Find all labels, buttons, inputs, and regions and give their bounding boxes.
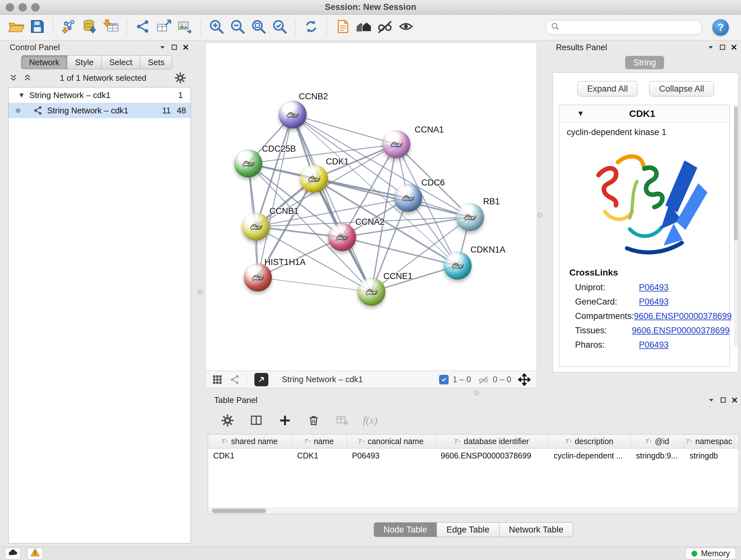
tab-sets[interactable]: Sets (140, 55, 172, 69)
tab-style[interactable]: Style (67, 55, 102, 69)
disclosure-triangle-icon[interactable]: ▼ (18, 91, 25, 99)
open-session-button[interactable] (7, 18, 25, 37)
split-columns-icon[interactable] (248, 412, 265, 429)
home-button[interactable] (354, 18, 373, 37)
column-header-namespac[interactable]: namespac (684, 435, 734, 448)
export-table-button[interactable] (154, 18, 173, 37)
panel-menu-icon[interactable] (159, 44, 166, 51)
gene-section-header[interactable]: ▼ CDK1 (559, 105, 730, 122)
crosslink-link[interactable]: P06493 (639, 283, 669, 293)
search-box[interactable] (546, 20, 702, 35)
table-toolbar: f(x) (206, 407, 741, 434)
expand-all-button[interactable]: Expand All (577, 81, 638, 97)
hidden-glasses-icon[interactable] (478, 374, 489, 385)
column-header-shared-name[interactable]: shared name (208, 435, 292, 448)
crosslink-link[interactable]: 9606.ENSP00000378699 (632, 326, 730, 335)
zoom-out-button[interactable] (228, 18, 247, 37)
search-input[interactable] (562, 23, 697, 33)
right-splitter-handle[interactable] (537, 212, 542, 218)
network-node-rb1[interactable] (456, 203, 484, 231)
network-view[interactable]: CCNB2CCNA1CDC25BCDK1CDC6RB1CCNB1CCNA2CDK… (205, 43, 537, 371)
scrollbar-thumb[interactable] (212, 509, 266, 513)
expand-all-icon[interactable] (23, 74, 32, 82)
column-header-name[interactable]: name (292, 435, 347, 448)
network-node-ccnb1[interactable] (242, 212, 270, 241)
left-splitter-handle[interactable] (198, 290, 203, 295)
add-column-icon[interactable] (277, 412, 293, 429)
close-panel-icon[interactable] (183, 44, 189, 51)
crosslink-link[interactable]: 9606.ENSP00000378699 (634, 311, 732, 321)
collapse-all-button[interactable]: Collapse All (649, 81, 714, 97)
tree-item-network[interactable]: String Network – cdk1 11 48 (9, 103, 191, 118)
network-node-cdk1[interactable] (300, 165, 328, 193)
tab-network-table[interactable]: Network Table (499, 522, 574, 537)
tab-edge-table[interactable]: Edge Table (437, 522, 499, 537)
network-node-cdc25b[interactable] (234, 149, 262, 178)
collapse-all-icon[interactable] (9, 74, 18, 82)
grid-view-icon[interactable] (212, 374, 223, 385)
open-in-window-button[interactable] (254, 373, 268, 386)
memory-button[interactable]: Memory (685, 548, 736, 559)
results-tab-string[interactable]: String (625, 56, 664, 69)
save-session-button[interactable] (28, 18, 47, 37)
float-panel-icon[interactable] (171, 44, 178, 51)
column-header-label: shared name (231, 437, 278, 446)
import-network-database-button[interactable] (81, 18, 99, 37)
move-crosshair-icon[interactable] (518, 374, 530, 386)
memory-label: Memory (701, 549, 730, 558)
close-panel-icon[interactable] (731, 397, 738, 403)
apply-layout-button[interactable] (302, 18, 320, 37)
gear-icon[interactable] (174, 72, 186, 84)
import-table-button[interactable] (102, 18, 120, 37)
float-panel-icon[interactable] (719, 44, 726, 51)
tab-network[interactable]: Network (21, 55, 67, 69)
crosslink-link[interactable]: P06493 (639, 297, 669, 307)
table-cell: stringdb (684, 449, 734, 462)
import-network-file-button[interactable] (60, 18, 78, 37)
scrollbar-thumb[interactable] (734, 107, 738, 241)
network-node-ccne1[interactable] (357, 278, 386, 306)
column-header-canonical-name[interactable]: canonical name (347, 435, 435, 448)
selection-checkbox-icon[interactable] (439, 375, 449, 384)
zoom-selected-button[interactable] (270, 18, 289, 37)
results-scrollbar[interactable] (734, 104, 738, 347)
edge-count: 48 (171, 106, 186, 116)
crosslink-link[interactable]: P06493 (639, 340, 669, 350)
document-button[interactable] (333, 18, 352, 37)
disclosure-triangle-icon[interactable]: ▼ (577, 109, 584, 118)
close-panel-icon[interactable] (731, 44, 737, 51)
column-header-database-identifier[interactable]: database identifier (435, 435, 549, 448)
table-row[interactable]: CDK1CDK1P064939606.ENSP00000378699cyclin… (208, 449, 739, 462)
panel-menu-icon[interactable] (707, 44, 714, 51)
crosslink-label: Compartments: (575, 311, 634, 321)
export-image-button[interactable] (176, 18, 194, 37)
table-gear-icon[interactable] (219, 412, 236, 429)
tab-node-table[interactable]: Node Table (374, 522, 437, 537)
network-node-cdkn1a[interactable] (444, 252, 472, 280)
delete-column-icon[interactable] (306, 412, 322, 429)
network-node-ccnb2[interactable] (279, 101, 307, 129)
network-node-ccna1[interactable] (382, 130, 410, 159)
panel-menu-icon[interactable] (708, 396, 715, 403)
cloud-button[interactable] (5, 548, 20, 559)
warning-button[interactable] (27, 548, 43, 559)
zoom-fit-button[interactable] (249, 18, 268, 37)
help-button[interactable]: ? (712, 19, 729, 36)
network-node-hist1h1a[interactable] (244, 263, 272, 292)
float-panel-icon[interactable] (720, 397, 726, 403)
column-header-@id[interactable]: @id (631, 435, 684, 448)
bottom-splitter-handle[interactable] (474, 390, 479, 395)
network-node-ccna2[interactable] (328, 223, 356, 251)
network-node-cdc6[interactable] (394, 184, 422, 212)
tab-select[interactable]: Select (102, 55, 140, 69)
image-arrow-icon (177, 18, 193, 37)
column-header-description[interactable]: description (549, 435, 631, 448)
share-view-icon[interactable] (230, 374, 240, 385)
show-graphics-button[interactable] (397, 18, 415, 37)
tree-item-collection[interactable]: ▼ String Network – cdk1 1 (9, 87, 191, 103)
hide-graphics-button[interactable] (376, 18, 394, 37)
export-network-button[interactable] (133, 18, 152, 37)
control-panel: Control Panel NetworkStyleSelectSets 1 o… (3, 41, 192, 547)
zoom-in-button[interactable] (207, 18, 226, 37)
table-horizontal-scrollbar[interactable] (208, 507, 739, 514)
